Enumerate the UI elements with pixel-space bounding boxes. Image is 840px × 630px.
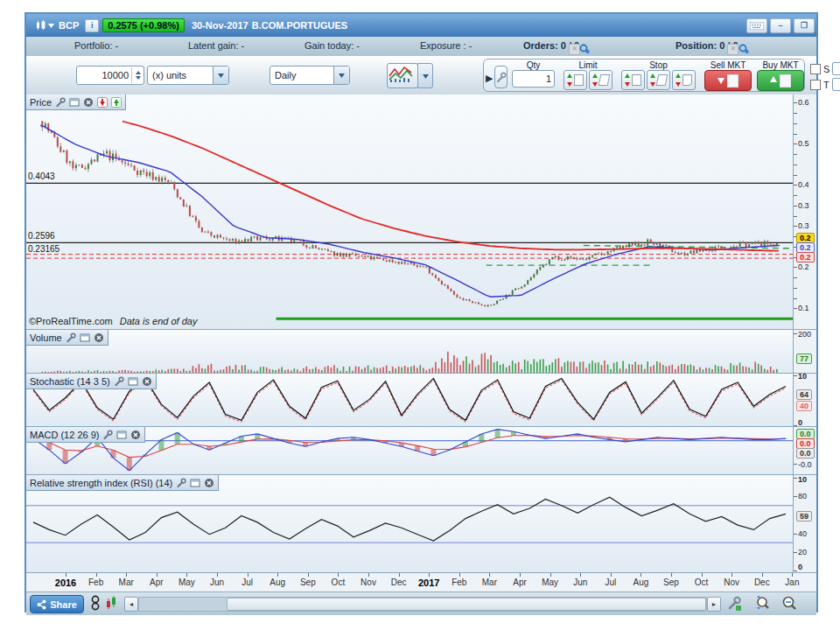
zoom-range-icon[interactable]: [754, 595, 770, 612]
wrench-icon[interactable]: [102, 430, 113, 440]
share-button[interactable]: Share: [30, 595, 84, 613]
time-axis[interactable]: 2016FebMarAprMayJunJulAugSepOctNovDec201…: [26, 572, 816, 592]
time-axis-label: Jun: [573, 578, 587, 587]
volume-axis[interactable]: 20077: [793, 330, 816, 373]
orders-detail-icon[interactable]: [579, 44, 590, 53]
stop-checkbox[interactable]: [810, 64, 821, 74]
chart-type-button[interactable]: [387, 63, 418, 88]
close-icon[interactable]: [130, 430, 141, 440]
quick-sell-icon[interactable]: [97, 97, 108, 108]
wrench-icon[interactable]: [114, 376, 124, 387]
maximize-button[interactable]: ❐: [794, 18, 815, 33]
instrument-dropdown-icon[interactable]: [47, 20, 55, 31]
axis-label: 0.3: [798, 221, 809, 230]
close-icon[interactable]: [204, 478, 214, 488]
level-label-upper: 0.4043: [28, 172, 55, 181]
pane-title: Stochastic (14 3 5): [30, 376, 110, 387]
pane-title: Volume: [30, 332, 62, 343]
close-icon[interactable]: [94, 332, 104, 343]
window-icon[interactable]: [69, 97, 80, 108]
axis-tick: [794, 333, 797, 334]
stop-order-button[interactable]: [621, 70, 645, 90]
time-axis-tick: [66, 573, 66, 577]
price-pane[interactable]: 0.4043 0.2596 0.23165 ©ProRealTime.comDa…: [26, 94, 816, 329]
limit-order-edit-button[interactable]: [589, 70, 612, 90]
axis-tick: [794, 206, 797, 206]
stepper-arrows-icon[interactable]: [131, 67, 144, 83]
link-charts-icon[interactable]: [89, 595, 105, 612]
limit-order-button[interactable]: [564, 70, 587, 90]
qty-input[interactable]: 1: [512, 70, 555, 88]
close-position-icon[interactable]: ✕: [727, 44, 738, 55]
axis-tick: [794, 534, 797, 535]
window-icon[interactable]: [80, 332, 90, 343]
window-icon[interactable]: [128, 376, 138, 387]
position-label: Position: 0 ✕ / 0: [676, 40, 738, 51]
axis-tick: [794, 464, 797, 465]
volume-pane[interactable]: 20077 Volume: [26, 329, 816, 373]
time-axis-label: Oct: [332, 578, 346, 587]
wrench-icon[interactable]: [55, 97, 66, 108]
collapse-panel-arrow[interactable]: ▶: [486, 73, 493, 84]
target-checkbox[interactable]: [810, 80, 821, 90]
stop-trailing-button[interactable]: [672, 70, 696, 90]
price-plot[interactable]: 0.4043 0.2596 0.23165 ©ProRealTime.comDa…: [26, 94, 793, 329]
title-bar[interactable]: BCP i 0.2575 (+0.98%) 30-Nov-2017 B.COM.…: [26, 14, 816, 37]
quantity-stepper[interactable]: 10000: [76, 66, 144, 85]
level-label-lower: 0.23165: [28, 244, 60, 254]
order-settings-button[interactable]: [494, 66, 508, 88]
cancel-orders-icon[interactable]: ✕: [569, 44, 580, 55]
watermark: ©ProRealTime.comData is end of day: [29, 316, 197, 326]
stop-order-edit-button[interactable]: [647, 70, 670, 90]
stochastic-pane[interactable]: 1006440 Stochastic (14 3 5): [26, 373, 816, 427]
mini-candles-icon[interactable]: [105, 595, 121, 612]
volume-plot[interactable]: [26, 330, 793, 373]
macd-axis[interactable]: 0.00.00.0-0.0: [793, 427, 816, 475]
close-icon[interactable]: [83, 97, 94, 108]
scrollbar-track[interactable]: [138, 597, 707, 612]
latent-gain-value: Latent gain: -: [188, 40, 244, 51]
target-level-field[interactable]: [832, 78, 840, 91]
units-select[interactable]: (x) units: [147, 66, 229, 85]
axis-label: 0.6: [798, 98, 809, 107]
chevron-down-icon[interactable]: [333, 66, 349, 84]
info-icon[interactable]: i: [85, 19, 99, 32]
buy-market-button[interactable]: [757, 70, 804, 91]
rsi-axis[interactable]: 10804020059: [793, 475, 816, 573]
axis-label: 20: [798, 548, 807, 556]
sell-group: Sell MKT: [702, 60, 754, 91]
time-axis-tick: [489, 573, 490, 577]
sell-market-button[interactable]: [704, 70, 752, 91]
position-detail-icon[interactable]: [738, 44, 749, 53]
stochastic-axis[interactable]: 1006440: [793, 374, 816, 427]
timeframe-select[interactable]: Daily: [270, 66, 350, 85]
chart-type-dropdown[interactable]: [417, 63, 433, 88]
window-icon[interactable]: [116, 430, 127, 440]
keyboard-icon[interactable]: [746, 18, 767, 33]
axis-badge: 0.0: [796, 448, 815, 458]
scroll-right-button[interactable]: ►: [707, 597, 721, 612]
time-axis-tick: [702, 573, 703, 577]
stop-level-field[interactable]: [832, 62, 840, 75]
scrollbar-thumb[interactable]: [227, 598, 706, 611]
scroll-left-button[interactable]: ◄: [124, 597, 138, 612]
time-axis-tick: [550, 573, 551, 577]
wrench-icon[interactable]: [176, 478, 186, 488]
chart-settings-wrench-icon[interactable]: [726, 595, 742, 612]
window-icon[interactable]: [190, 478, 200, 488]
macd-pane[interactable]: 0.00.00.0-0.0 MACD (12 26 9): [26, 426, 816, 475]
wrench-icon[interactable]: [66, 332, 76, 343]
pane-title: MACD (12 26 9): [30, 430, 99, 440]
time-axis-tick: [126, 573, 127, 577]
axis-label: 0.3: [798, 201, 809, 210]
chevron-down-icon[interactable]: [213, 66, 228, 84]
minimize-button[interactable]: –: [770, 18, 791, 33]
rsi-pane[interactable]: 10804020059 Relative strength index (RSI…: [26, 474, 816, 573]
axis-tick: [794, 308, 797, 309]
close-icon[interactable]: [142, 376, 152, 387]
zoom-out-icon[interactable]: [780, 595, 796, 612]
order-panel: ▶ Qty 1 Limit Stop: [483, 59, 805, 92]
price-axis[interactable]: 0.60.50.40.30.30.20.10.20.20.2: [793, 94, 816, 329]
quick-buy-icon[interactable]: [111, 97, 122, 108]
time-axis-label: Mar: [482, 578, 497, 587]
